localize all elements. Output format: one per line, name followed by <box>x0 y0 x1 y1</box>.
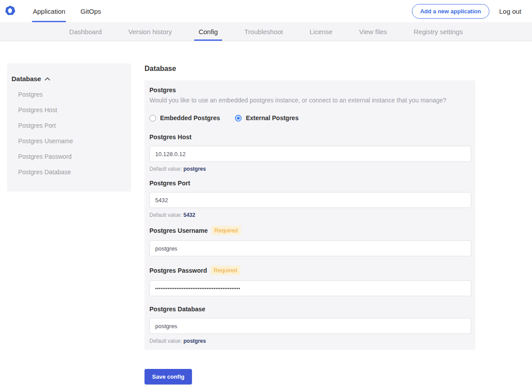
postgres-database-input[interactable] <box>149 318 471 334</box>
field-postgres-database-label: Postgres Database <box>149 306 205 313</box>
header-right: Add a new application Log out <box>412 0 532 22</box>
postgres-config-panel: Postgres Would you like to use an embedd… <box>145 80 475 350</box>
sidebar-item-postgres-password[interactable]: Postgres Password <box>12 149 127 165</box>
sidebar-item-postgres-host[interactable]: Postgres Host <box>12 102 127 118</box>
radio-external-postgres[interactable]: External Postgres <box>235 114 298 122</box>
sidebar-item-postgres[interactable]: Postgres <box>12 87 127 102</box>
required-badge: Required <box>211 226 241 235</box>
subnav-item-registry-settings[interactable]: Registry settings <box>409 22 467 41</box>
field-postgres-password-label: Postgres Password <box>149 267 207 274</box>
app-subnav: Dashboard Version history Config Trouble… <box>0 22 532 41</box>
postgres-password-input[interactable] <box>149 280 471 296</box>
field-postgres-username-label: Postgres Username <box>149 227 208 234</box>
tab-application-label: Application <box>33 8 65 15</box>
radio-external-postgres-label: External Postgres <box>246 114 298 122</box>
logout-button[interactable]: Log out <box>499 8 521 15</box>
config-main: Database Postgres Would you like to use … <box>145 41 475 384</box>
tab-gitops-label: GitOps <box>80 8 101 15</box>
field-postgres-username: Postgres Username Required <box>149 226 471 265</box>
radio-embedded-postgres[interactable]: Embedded Postgres <box>149 114 220 122</box>
tab-gitops[interactable]: GitOps <box>79 0 102 22</box>
default-label: Default value: <box>149 166 184 172</box>
field-postgres-host-label: Postgres Host <box>149 133 192 141</box>
subnav-item-dashboard[interactable]: Dashboard <box>65 22 106 41</box>
tab-application[interactable]: Application <box>32 0 66 22</box>
subnav-item-license[interactable]: License <box>305 22 337 41</box>
group-help-text: Would you like to use an embedded postgr… <box>149 97 471 104</box>
default-value: postgres <box>184 166 206 172</box>
postgres-port-input[interactable] <box>149 192 471 208</box>
radio-unselected-icon <box>149 115 156 122</box>
subnav-item-troubleshoot[interactable]: Troubleshoot <box>240 22 287 41</box>
sidebar-item-postgres-port[interactable]: Postgres Port <box>12 118 127 133</box>
config-sidebar: Database Postgres Postgres Host Postgres… <box>7 63 131 192</box>
top-tabs: Application GitOps <box>32 0 115 22</box>
postgres-port-default: Default value: 5432 <box>149 212 471 218</box>
default-label: Default value: <box>149 338 184 344</box>
default-value: postgres <box>184 338 206 344</box>
required-badge: Required <box>211 266 240 275</box>
content-area: Database Postgres Postgres Host Postgres… <box>0 41 532 384</box>
sidebar-group-database[interactable]: Database <box>12 75 127 82</box>
subnav-item-view-files[interactable]: View files <box>355 22 391 41</box>
top-header: Application GitOps Add a new application… <box>0 0 532 22</box>
postgres-username-input[interactable] <box>149 240 471 256</box>
subnav-item-config[interactable]: Config <box>194 22 222 41</box>
kots-logo-icon <box>4 5 16 17</box>
postgres-mode-radio-group: Embedded Postgres External Postgres <box>149 114 471 122</box>
group-label-postgres: Postgres <box>149 86 471 94</box>
app-logo[interactable] <box>4 0 16 22</box>
sidebar-item-postgres-database[interactable]: Postgres Database <box>12 165 127 180</box>
radio-embedded-postgres-label: Embedded Postgres <box>160 114 220 122</box>
add-application-button[interactable]: Add a new application <box>412 4 489 19</box>
page-title: Database <box>145 65 475 73</box>
field-postgres-port-label: Postgres Port <box>149 180 190 187</box>
field-postgres-port: Postgres Port Default value: 5432 <box>149 180 471 218</box>
chevron-up-icon <box>45 77 50 81</box>
field-postgres-password: Postgres Password Required <box>149 266 471 305</box>
sidebar-group-database-label: Database <box>12 75 41 82</box>
field-postgres-host: Postgres Host Default value: postgres <box>149 133 471 172</box>
default-label: Default value: <box>149 212 184 218</box>
save-config-button[interactable]: Save config <box>145 369 192 384</box>
postgres-database-default: Default value: postgres <box>149 338 471 344</box>
field-postgres-database: Postgres Database Default value: postgre… <box>149 306 471 344</box>
postgres-host-default: Default value: postgres <box>149 166 471 172</box>
radio-selected-icon <box>235 115 242 122</box>
sidebar-item-postgres-username[interactable]: Postgres Username <box>12 133 127 149</box>
subnav-item-version-history[interactable]: Version history <box>124 22 176 41</box>
default-value: 5432 <box>184 212 196 218</box>
postgres-host-input[interactable] <box>149 146 471 162</box>
